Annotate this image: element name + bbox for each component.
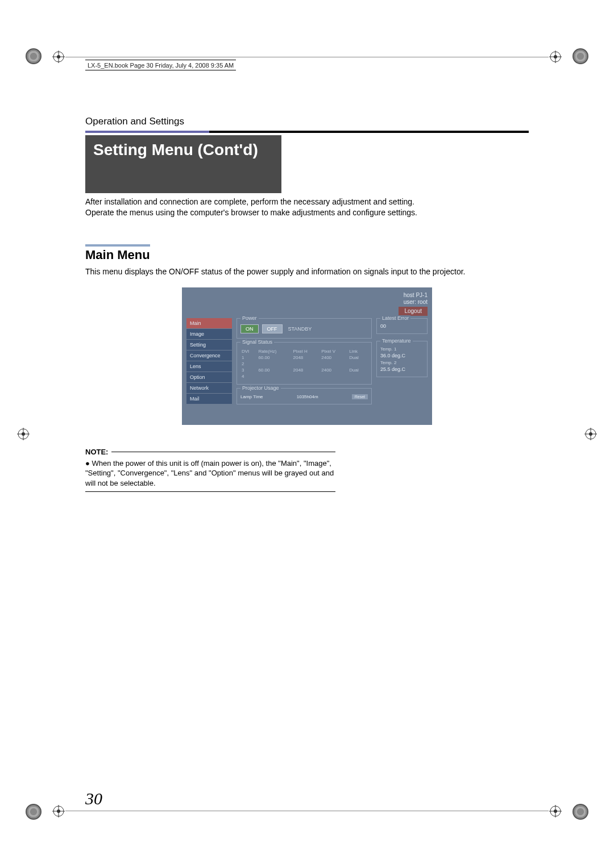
svg-point-19 [57, 809, 60, 813]
projector-ui-screenshot: host PJ-1 user: root Logout Main Image S… [182, 287, 432, 425]
note-item: When the power of this unit is off (main… [85, 458, 335, 489]
temp1-label: Temp. 1 [380, 347, 424, 352]
crop-mark-corner [572, 804, 588, 820]
nav-item-setting[interactable]: Setting [186, 340, 232, 350]
signal-panel-title: Signal Status [240, 339, 274, 345]
note-heading: NOTE: [85, 448, 335, 456]
error-panel-title: Latest Error [380, 315, 410, 321]
col-link: Link [348, 348, 368, 354]
nav-item-image[interactable]: Image [186, 329, 232, 339]
crop-mark-target [549, 51, 562, 63]
table-header-row: DVI Rate(Hz) Pixel H Pixel V Link [240, 348, 368, 354]
logout-button[interactable]: Logout [399, 307, 428, 316]
col-pixelv: Pixel V [320, 348, 348, 354]
reset-button[interactable]: Reset [352, 394, 368, 399]
crop-mark-corner [26, 48, 42, 64]
nav-item-option[interactable]: Option [186, 372, 232, 382]
power-status: STANDBY [288, 326, 312, 332]
svg-point-11 [22, 432, 25, 436]
signal-table: DVI Rate(Hz) Pixel H Pixel V Link 1 60.0… [240, 348, 368, 379]
page-number: 30 [85, 789, 102, 808]
note-block: NOTE: When the power of this unit is off… [85, 448, 335, 493]
crop-mark-target [584, 428, 597, 440]
intro-line: Operate the menus using the computer's b… [85, 207, 529, 218]
book-header: LX-5_EN.book Page 30 Friday, July 4, 200… [85, 60, 236, 70]
table-row: 1 60.00 2048 2400 Dual [240, 354, 368, 361]
svg-point-15 [589, 432, 592, 436]
temp2-label: Temp. 2 [380, 360, 424, 365]
power-on-button[interactable]: ON [240, 324, 259, 333]
page-content: LX-5_EN.book Page 30 Friday, July 4, 200… [85, 60, 529, 808]
usage-panel-title: Projector Usage [240, 385, 281, 391]
section-rule [85, 131, 529, 133]
crop-mark-target [52, 805, 65, 817]
col-pixelh: Pixel H [292, 348, 320, 354]
nav-item-convergence[interactable]: Convergence [186, 350, 232, 361]
temp-panel-title: Temperature [380, 338, 413, 344]
nav-item-main[interactable]: Main [186, 318, 232, 328]
lamp-time-value: 1035h04m [297, 394, 318, 399]
host-label: host PJ-1 [186, 292, 428, 299]
error-value: 00 [380, 323, 424, 329]
crop-mark-corner [26, 804, 42, 820]
breadcrumb: Operation and Settings [85, 116, 529, 127]
intro-text: After installation and connection are co… [85, 197, 529, 218]
crop-mark-target [549, 805, 562, 817]
signal-status-panel: Signal Status DVI Rate(Hz) Pixel H Pixel… [237, 342, 372, 385]
power-panel: Power ON OFF STANDBY [237, 318, 372, 339]
projector-nav: Main Image Setting Convergence Lens Opti… [186, 318, 232, 408]
crop-mark-corner [572, 48, 588, 64]
crop-mark-target [52, 51, 65, 63]
nav-item-mail[interactable]: Mail [186, 394, 232, 404]
table-row: 3 60.00 2048 2400 Dual [240, 367, 368, 373]
nav-item-lens[interactable]: Lens [186, 361, 232, 372]
lamp-time-label: Lamp Time [240, 394, 263, 399]
power-off-button[interactable]: OFF [262, 324, 283, 333]
latest-error-panel: Latest Error 00 [376, 318, 428, 334]
projector-header: host PJ-1 user: root Logout [186, 292, 428, 316]
projector-usage-panel: Projector Usage Lamp Time 1035h04m Reset [237, 388, 372, 404]
svg-point-7 [554, 55, 557, 59]
main-menu-desc: This menu displays the ON/OFF status of … [85, 267, 529, 276]
table-row: 4 [240, 373, 368, 379]
note-body: When the power of this unit is off (main… [85, 458, 335, 493]
heading-main-menu: Main Menu [85, 244, 150, 262]
svg-point-3 [57, 55, 60, 59]
col-dvi: DVI [240, 348, 257, 354]
temp1-value: 36.0 deg.C [380, 353, 424, 358]
intro-line: After installation and connection are co… [85, 197, 529, 207]
temp2-value: 25.5 deg.C [380, 366, 424, 372]
power-panel-title: Power [240, 315, 259, 321]
page-title: Setting Menu (Cont'd) [85, 135, 281, 193]
table-row: 2 [240, 361, 368, 367]
temperature-panel: Temperature Temp. 1 36.0 deg.C Temp. 2 2… [376, 341, 428, 377]
svg-point-23 [554, 809, 557, 813]
user-label: user: root [186, 299, 428, 306]
crop-mark-target [17, 428, 30, 440]
nav-item-network[interactable]: Network [186, 383, 232, 393]
col-rate: Rate(Hz) [257, 348, 292, 354]
